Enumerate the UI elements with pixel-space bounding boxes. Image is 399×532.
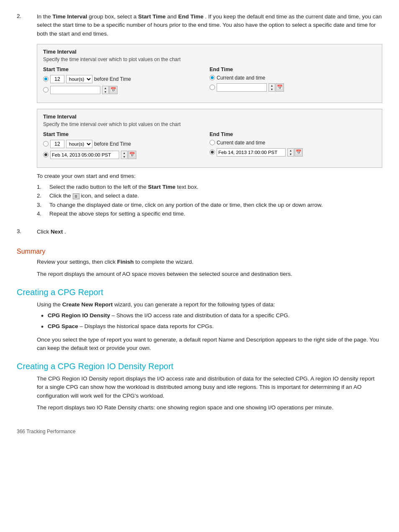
calendar-icon: 🗓 xyxy=(73,193,79,199)
own-step-2: 2. Click the 🗓 icon, and select a date. xyxy=(37,193,382,199)
ti2-start-spin-down: ▼ xyxy=(123,155,126,159)
own-step-1-start-bold: Start Time xyxy=(148,184,176,190)
creating-cpg-para2: Once you select the type of report you w… xyxy=(37,336,382,353)
summary-text2: to complete the wizard. xyxy=(136,259,194,265)
step-3-next-bold: Next xyxy=(51,229,63,235)
ti1-end-spin-btn[interactable]: ▲ ▼ xyxy=(269,83,275,92)
ti2-end-spin-cal: ▲ ▼ 📅 xyxy=(287,148,303,157)
ti2-start-datetime-input[interactable] xyxy=(50,151,119,159)
cpg-space-text: – Displays the historical space data rep… xyxy=(80,323,214,329)
own-step-2-text2: icon, and select a date. xyxy=(81,193,139,199)
ti1-end-radio2[interactable] xyxy=(210,85,215,90)
ti2-hours-unit-select[interactable]: hour(s) xyxy=(66,140,92,148)
cpg-density-text: – Shows the I/O access rate and distribu… xyxy=(112,312,289,319)
own-times-intro: To create your own start and end times: xyxy=(37,172,382,180)
summary-finish-bold: Finish xyxy=(117,259,134,265)
ti1-start-spin-cal: ▲ ▼ 📅 xyxy=(102,86,118,94)
bullet-dot-2: • xyxy=(41,323,48,332)
ti1-end-col: End Time Current date and time xyxy=(210,67,376,97)
ti2-end-spin-btn[interactable]: ▲ ▼ xyxy=(287,148,294,157)
ti1-end-row1: Current date and time xyxy=(210,75,376,81)
ti1-start-empty-input[interactable] xyxy=(50,86,100,94)
step-2-number: 2. xyxy=(17,13,37,220)
ti2-start-row2: ▲ ▼ 📅 xyxy=(43,151,210,159)
ti2-start-spin-btn[interactable]: ▲ ▼ xyxy=(121,151,128,159)
own-step-4: 4. Repeat the above steps for setting a … xyxy=(37,211,382,217)
cpg-bullet-2: • CPG Space – Displays the historical sp… xyxy=(37,323,382,332)
ti2-subtitle: Specify the time interval over which to … xyxy=(43,121,376,127)
ti2-start-spin-up: ▲ xyxy=(123,151,126,155)
own-step-3-text: To change the displayed date or time, cl… xyxy=(49,202,323,208)
cpg-bullet-1: • CPG Region IO Density – Shows the I/O … xyxy=(37,312,382,321)
ti1-end-spin-down: ▼ xyxy=(271,87,274,91)
ti1-title: Time Interval xyxy=(43,49,376,55)
footer: 366 Tracking Performance xyxy=(17,429,382,434)
step-3-text2: . xyxy=(64,229,66,235)
summary-heading: Summary xyxy=(17,248,382,255)
ti2-end-datetime-input[interactable] xyxy=(217,148,286,157)
ti2-start-col: Start Time hour(s) before End Time xyxy=(43,131,210,162)
own-step-1-num: 1. xyxy=(37,184,49,190)
own-step-1-text1: Select the radio button to the left of t… xyxy=(49,184,148,190)
step-2-end-time-bold: End Time xyxy=(178,13,204,20)
cpg-text1: Using the xyxy=(37,301,62,308)
ti1-start-radio2[interactable] xyxy=(43,87,49,93)
step-3: 3. Click Next . xyxy=(17,228,382,239)
ti1-current-dt: Current date and time xyxy=(217,75,265,81)
ti2-start-spin-cal: ▲ ▼ 📅 xyxy=(121,151,136,159)
ti1-end-row2: ▲ ▼ 📅 xyxy=(210,83,376,92)
own-step-4-num: 4. xyxy=(37,211,49,217)
ti2-start-radio2[interactable] xyxy=(43,152,49,157)
ti1-hours-unit-select[interactable]: hour(s) xyxy=(66,75,92,83)
own-step-2-body: Click the 🗓 icon, and select a date. xyxy=(49,193,139,199)
step-2-body: In the Time Interval group box, select a… xyxy=(37,13,382,220)
ti1-end-empty-input[interactable] xyxy=(217,83,267,92)
ti2-current-dt: Current date and time xyxy=(217,140,265,146)
step-2-time-interval-bold: Time Interval xyxy=(53,13,87,20)
ti1-subtitle: Specify the time interval over which to … xyxy=(43,57,376,62)
ti1-before-end: before End Time xyxy=(94,76,131,82)
step-2-text1: In the xyxy=(37,13,53,20)
ti1-end-cal-btn[interactable]: 📅 xyxy=(276,83,284,92)
cpg-space-bold: CPG Space xyxy=(48,323,78,329)
step-2-start-time-bold: Start Time xyxy=(138,13,166,20)
time-interval-box-1: Time Interval Specify the time interval … xyxy=(37,44,382,103)
ti2-title: Time Interval xyxy=(43,113,376,120)
ti1-start-spin-up: ▲ xyxy=(104,86,107,90)
creating-cpg-density-heading: Creating a CPG Region IO Density Report xyxy=(17,362,382,371)
time-interval-box-2: Time Interval Specify the time interval … xyxy=(37,109,382,168)
own-step-1-text2: text box. xyxy=(177,184,198,190)
own-step-2-num: 2. xyxy=(37,193,49,199)
step-2-text3: and xyxy=(167,13,178,20)
ti2-start-radio1[interactable] xyxy=(43,141,49,146)
ti2-start-cal-btn[interactable]: 📅 xyxy=(128,151,136,159)
ti2-end-radio2[interactable] xyxy=(210,149,215,155)
ti1-end-radio1[interactable] xyxy=(210,75,215,80)
creating-cpg-content: Using the Create New Report wizard, you … xyxy=(17,301,382,352)
cpg-density-para1: The CPG Region IO Density report display… xyxy=(37,375,382,400)
ti2-end-radio1[interactable] xyxy=(210,140,215,145)
step-3-text: Click Next . xyxy=(37,228,382,236)
ti2-start-row1: hour(s) before End Time xyxy=(43,140,210,148)
cpg-bullet-1-text: CPG Region IO Density – Shows the I/O ac… xyxy=(48,312,290,319)
ti1-start-radio1[interactable] xyxy=(43,76,49,82)
summary-para1: Review your settings, then click Finish … xyxy=(37,258,382,266)
ti2-start-label: Start Time xyxy=(43,131,210,137)
own-step-1-body: Select the radio button to the left of t… xyxy=(49,184,198,190)
cpg-bullet-2-text: CPG Space – Displays the historical spac… xyxy=(48,323,214,329)
ti2-end-cal-btn[interactable]: 📅 xyxy=(294,148,303,157)
ti2-cols: Start Time hour(s) before End Time xyxy=(43,131,376,162)
ti2-end-label: End Time xyxy=(210,131,376,137)
step-2-intro: In the Time Interval group box, select a… xyxy=(37,13,382,38)
ti2-end-row1: Current date and time xyxy=(210,140,376,146)
summary-para2: The report displays the amount of AO spa… xyxy=(37,270,382,278)
ti1-start-cal-btn[interactable]: 📅 xyxy=(109,86,118,94)
step-3-body: Click Next . xyxy=(37,228,382,239)
ti2-hours-input[interactable] xyxy=(50,140,64,148)
ti1-end-spin-up: ▲ xyxy=(271,84,274,87)
step-2-text2: group box, select a xyxy=(89,13,138,20)
ti1-hours-input[interactable] xyxy=(50,75,64,83)
summary-content: Review your settings, then click Finish … xyxy=(17,258,382,278)
ti1-start-label: Start Time xyxy=(43,67,210,72)
ti1-start-spin-btn[interactable]: ▲ ▼ xyxy=(102,86,109,94)
